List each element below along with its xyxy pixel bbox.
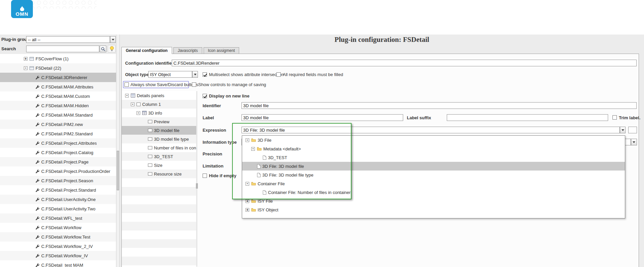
expression-dropdown-arrow[interactable] <box>620 127 626 133</box>
information-type-dropdown-arrow[interactable] <box>631 139 637 145</box>
plugin-tree-item[interactable]: FSCoverFlow (1) <box>0 54 116 63</box>
expand-toggle-icon[interactable] <box>246 199 249 203</box>
multiselect-intersection-checkbox[interactable] <box>203 72 207 77</box>
plugin-tree-item[interactable]: C.FSDetail.PIM2.Standard <box>0 129 116 138</box>
expand-toggle-icon[interactable] <box>125 94 129 97</box>
expression-dropdown-item[interactable]: 3D_TEST <box>242 153 625 162</box>
limitation-label: Limitation <box>203 164 223 169</box>
plugin-tree-item[interactable]: C.FSDetail.Workflow_2_IV <box>0 242 116 251</box>
details-tree-item-label: Details panels <box>137 93 164 98</box>
all-required-checkbox[interactable] <box>276 72 281 77</box>
configuration-identifier-input[interactable] <box>172 60 637 66</box>
plugin-tree-item[interactable]: C.FSDetail.Project.ProductionOrder <box>0 166 116 176</box>
details-tree-item[interactable]: 3D_TEST <box>122 152 196 161</box>
object-type-dropdown-arrow[interactable] <box>192 71 198 78</box>
expand-toggle-icon[interactable] <box>137 111 140 115</box>
grid-icon <box>131 93 135 97</box>
plugin-tree-item-label: C.FSDetail.Project.Attributes <box>41 141 97 146</box>
details-tree-item[interactable]: Preview <box>122 117 196 126</box>
plugin-tree-item[interactable]: C.FSDetail.3DRenderer <box>0 73 116 82</box>
plugin-tree-item[interactable]: C.FSDetail.UserActivity.One <box>0 195 116 204</box>
plugin-group-dropdown-arrow[interactable] <box>110 36 116 43</box>
sidebar-scrollbar[interactable] <box>116 35 120 267</box>
details-tree-item[interactable]: Size <box>122 161 196 170</box>
wrench-icon <box>35 85 40 89</box>
plugin-tree-item-label: C.FSDetail.UserActivity.Two <box>41 206 96 211</box>
always-show-save-checkbox[interactable] <box>124 82 129 87</box>
expand-toggle-icon[interactable] <box>246 182 249 186</box>
file-icon <box>257 164 261 169</box>
details-panels-tree: Details panels <box>122 91 196 267</box>
plugin-group-value: -- all -- <box>28 37 41 42</box>
plugin-tree-item[interactable]: C.FSDetail.Workflow <box>0 223 116 232</box>
plugin-tree-item[interactable]: C.FSDetail.Project.Attributes <box>0 138 116 148</box>
expression-extra-button[interactable] <box>628 127 637 133</box>
expand-toggle-icon[interactable] <box>246 138 249 142</box>
wrench-icon <box>35 207 40 211</box>
expand-toggle-icon[interactable] <box>131 103 135 106</box>
details-tree-item[interactable]: Resource size <box>122 170 196 178</box>
plugin-tree-item[interactable]: C.FSDetail.Project.Season <box>0 176 116 185</box>
expression-dropdown-item[interactable]: 3D File: 3D model file type <box>242 171 625 179</box>
details-tree-item-label: Preview <box>154 119 169 124</box>
plugin-tree-item[interactable]: C.FSDetail.Project.Page <box>0 157 116 166</box>
details-tree-item-label: Number of files in container <box>154 145 196 150</box>
display-on-new-line-checkbox[interactable] <box>203 94 207 98</box>
plugin-tree-item[interactable]: C.FSDetail.Workflow.Test <box>0 232 116 242</box>
splitter-grip[interactable] <box>196 183 198 189</box>
tree-form-splitter[interactable] <box>196 91 198 267</box>
label-input[interactable] <box>241 114 403 121</box>
config-tab[interactable]: Icon assigment <box>204 47 239 54</box>
sidebar-scrollbar-thumb[interactable] <box>117 151 119 190</box>
expand-toggle-icon[interactable] <box>246 208 249 212</box>
plugin-tree-item[interactable]: C.FSDetail.MAM.Custom <box>0 91 116 101</box>
folder-icon <box>251 138 256 142</box>
plugin-tree-item[interactable]: C.FSDetail.MAM.Attributes <box>0 82 116 91</box>
search-button[interactable] <box>100 46 106 52</box>
expression-dropdown-item[interactable]: Metadata <default> <box>242 144 625 153</box>
details-tree-item[interactable]: Details panels <box>122 91 196 100</box>
hide-if-empty-checkbox[interactable] <box>203 174 207 178</box>
expression-dropdown-item[interactable]: 3D File: 3D model file <box>242 162 625 171</box>
details-tree-item[interactable]: Number of files in container <box>122 143 196 152</box>
plugin-tree-item[interactable]: C.FSDetail.Project.Standard <box>0 185 116 195</box>
plugin-tree-item[interactable]: C.FSDetail.MAM.Hidden <box>0 101 116 110</box>
plugin-tree-item[interactable]: C.FSDetail.Project.Catalog <box>0 148 116 157</box>
show-controls-saving-checkbox[interactable] <box>192 82 196 87</box>
config-tab[interactable]: General configuration <box>121 47 172 54</box>
plugin-group-select[interactable]: -- all -- <box>26 36 110 43</box>
plugin-tree-item[interactable]: C.FSDetail.Workflow_IV <box>0 251 116 260</box>
expression-dropdown-item[interactable]: ISY File <box>242 197 625 205</box>
plugin-tree-item[interactable]: FSDetail (22) <box>0 63 116 73</box>
config-tab-label: Javascripts <box>178 48 198 53</box>
expand-toggle-icon[interactable] <box>251 147 255 151</box>
label-suffix-input[interactable] <box>447 114 608 121</box>
plugin-tree-item[interactable]: C.FSDetail.UserActivity.Two <box>0 204 116 213</box>
plugin-tree-item[interactable]: C.FSDetail.WFL_test <box>0 213 116 223</box>
object-type-select[interactable]: ISY Object <box>148 71 192 78</box>
hint-bulb-button[interactable] <box>108 45 116 53</box>
expression-dropdown-item[interactable]: Container File: Number of files in conta… <box>242 188 625 197</box>
plugin-group-label: Plug-in group <box>1 37 30 42</box>
expression-input[interactable] <box>241 127 620 133</box>
expand-toggle-icon[interactable] <box>24 57 28 61</box>
plugin-tree-item[interactable]: C.FSDetail.PIM2.new <box>0 120 116 129</box>
details-tree-item[interactable]: Column 1 <box>122 100 196 109</box>
plugin-tree-item[interactable]: C.FSDetail_test MAM <box>0 260 116 267</box>
plugin-tree-item-label: C.FSDetail.PIM2.Standard <box>41 131 93 136</box>
hide-if-empty-label: Hide if empty <box>209 174 236 178</box>
expression-dropdown-item[interactable]: ISY Object <box>242 205 625 214</box>
search-input[interactable] <box>26 46 99 52</box>
identifier-input[interactable] <box>241 102 637 109</box>
details-tree-item[interactable]: 3D model file <box>122 126 196 135</box>
config-tab[interactable]: Javascripts <box>173 47 202 54</box>
plugin-tree-item[interactable]: C.FSDetail.MAM.Standard <box>0 110 116 120</box>
details-tree-item[interactable]: 3D model file type <box>122 135 196 143</box>
trim-label-checkbox[interactable] <box>612 115 617 120</box>
details-tree-item[interactable]: 3D info <box>122 109 196 117</box>
object-type-value: ISY Object <box>150 72 171 77</box>
expression-dropdown-item-label: Container File <box>258 181 285 186</box>
expand-toggle-icon[interactable] <box>24 66 28 70</box>
expression-dropdown-item[interactable]: 3D File <box>242 136 625 144</box>
expression-dropdown-item[interactable]: Container File <box>242 179 625 188</box>
